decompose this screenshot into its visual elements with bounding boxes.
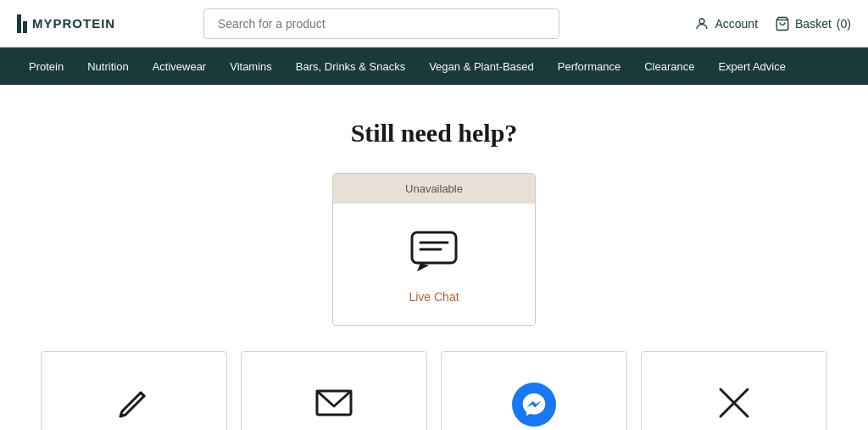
logo-bar-left	[17, 14, 21, 33]
nav-item-protein[interactable]: Protein	[17, 47, 75, 85]
chat-bubble-icon	[409, 229, 459, 273]
search-input[interactable]	[203, 8, 559, 39]
header: MYPROTEIN Account Basket (0)	[0, 0, 868, 47]
nav-item-vegan[interactable]: Vegan & Plant-Based	[417, 47, 546, 85]
contact-options: Message View your messages Facebook Mess…	[27, 351, 841, 430]
nav: Protein Nutrition Activewear Vitamins Ba…	[0, 47, 868, 85]
live-chat-icon	[409, 229, 459, 276]
nav-item-clearance[interactable]: Clearance	[632, 47, 706, 85]
basket-label: Basket	[795, 17, 832, 31]
live-chat-status: Unavailable	[333, 174, 535, 204]
view-messages-card[interactable]: View your messages	[241, 351, 427, 430]
live-chat-body: Live Chat	[333, 204, 535, 325]
facebook-messenger-card[interactable]: Facebook Messenger	[441, 351, 627, 430]
twitter-x-icon	[714, 383, 754, 427]
search-bar	[203, 8, 559, 39]
nav-item-bars[interactable]: Bars, Drinks & Snacks	[284, 47, 417, 85]
basket-link[interactable]: Basket (0)	[775, 16, 851, 31]
svg-point-2	[699, 19, 704, 24]
logo-icon	[17, 14, 27, 33]
nav-item-vitamins[interactable]: Vitamins	[218, 47, 284, 85]
logo-bar-right	[23, 21, 27, 33]
pencil-icon	[114, 383, 154, 427]
nav-item-activewear[interactable]: Activewear	[141, 47, 219, 85]
message-card[interactable]: Message	[41, 351, 227, 430]
account-link[interactable]: Account	[694, 16, 758, 31]
logo[interactable]: MYPROTEIN	[17, 14, 136, 33]
live-chat-label: Live Chat	[409, 290, 459, 304]
account-icon	[694, 16, 709, 31]
envelope-icon	[314, 383, 354, 427]
account-label: Account	[715, 17, 758, 31]
twitter-dm-card[interactable]: Twitter Direct Message	[641, 351, 827, 430]
basket-icon	[775, 16, 790, 31]
header-actions: Account Basket (0)	[694, 16, 851, 31]
live-chat-card[interactable]: Unavailable Live Chat	[332, 173, 536, 326]
basket-count: (0)	[837, 17, 851, 31]
logo-text: MYPROTEIN	[32, 16, 115, 31]
svg-rect-4	[412, 232, 456, 263]
page-title: Still need help?	[351, 119, 518, 148]
nav-item-expert-advice[interactable]: Expert Advice	[706, 47, 798, 85]
nav-item-performance[interactable]: Performance	[546, 47, 632, 85]
nav-item-nutrition[interactable]: Nutrition	[75, 47, 140, 85]
messenger-icon	[512, 383, 556, 427]
main-content: Still need help? Unavailable Live Chat	[0, 85, 868, 430]
